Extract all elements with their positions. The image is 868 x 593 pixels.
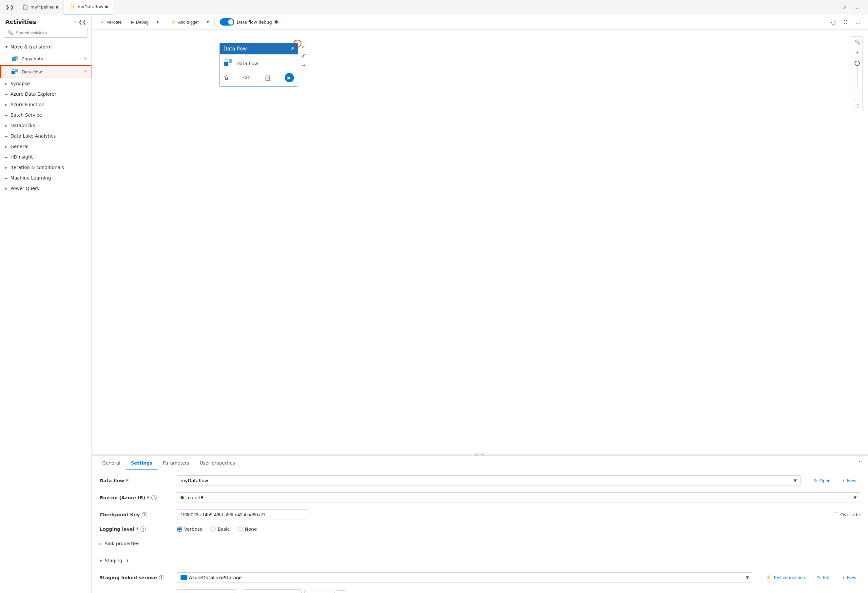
- trigger-dropdown[interactable]: ▼: [204, 18, 212, 26]
- panel-collapse-button[interactable]: ⌃: [856, 459, 863, 467]
- zoom-out-button[interactable]: −: [852, 90, 862, 100]
- staging-info-icon[interactable]: i: [127, 558, 128, 563]
- debug-dropdown[interactable]: ▼: [154, 18, 161, 26]
- staging-linked-dropdown[interactable]: AzureDataLakeStorage ▼: [177, 572, 752, 583]
- radio-none-indicator: [238, 527, 243, 532]
- panel-divider[interactable]: — —: [92, 453, 868, 456]
- radio-basic[interactable]: Basic: [210, 527, 230, 532]
- node-copy-button[interactable]: 📋: [264, 75, 271, 81]
- staging-linked-control: AzureDataLakeStorage ▼: [177, 572, 752, 583]
- collapse-sidebar-icon[interactable]: ‹: [74, 19, 76, 25]
- section-iteration-conditionals[interactable]: ► Iteration & conditionals: [0, 162, 92, 173]
- run-on-info-icon[interactable]: i: [151, 495, 156, 500]
- dataflow-field-label: Data flow *: [100, 478, 172, 483]
- section-machine-learning[interactable]: ► Machine Learning: [0, 173, 92, 183]
- sidebar-controls: ‹ ❮❮: [74, 19, 86, 25]
- section-hdinsight-label: HDInsight: [10, 154, 33, 159]
- more-tabs-icon[interactable]: …: [852, 3, 861, 12]
- checkpoint-info-icon[interactable]: i: [142, 512, 147, 517]
- tab-user-properties[interactable]: User properties: [194, 456, 240, 470]
- section-move-transform[interactable]: ▼ Move & transform: [0, 41, 92, 52]
- zoom-in-button[interactable]: +: [852, 47, 862, 58]
- open-dataflow-button[interactable]: ✎ Open: [810, 476, 835, 485]
- section-hdinsight[interactable]: ► HDInsight: [0, 152, 92, 162]
- debug-button[interactable]: ▶ Debug: [127, 18, 152, 27]
- staging-linked-info-icon[interactable]: i: [159, 575, 164, 580]
- tab-dataflow-label: myDataflow: [78, 4, 103, 9]
- svg-rect-2: [12, 71, 15, 74]
- new-dataflow-button[interactable]: + New: [838, 476, 860, 485]
- section-data-lake-analytics[interactable]: ► Data Lake Analytics: [0, 131, 92, 141]
- toggle-switch-control[interactable]: [220, 18, 234, 25]
- zoom-controls: 🔍 + − □: [852, 36, 863, 111]
- edit-linked-button[interactable]: ✎ Edit: [813, 573, 835, 582]
- node-open-icon[interactable]: ↗: [290, 46, 294, 52]
- tab-pipeline[interactable]: 📋 myPipeline: [17, 0, 64, 15]
- activity-data-flow[interactable]: Data flow ☰: [0, 65, 92, 78]
- override-checkbox-group: Override: [834, 512, 860, 517]
- logging-required-indicator: *: [136, 527, 139, 532]
- section-power-query[interactable]: ► Power Query: [0, 183, 92, 194]
- canvas-area: ✓ Validate ▶ Debug ▼ ⚡ Add trigger ▼ Dat…: [92, 15, 868, 593]
- expand-icon[interactable]: ⤢: [840, 3, 849, 12]
- node-right-arrow-button[interactable]: →: [300, 61, 307, 69]
- dataflow-dropdown[interactable]: myDataflow ▼: [177, 475, 800, 486]
- close-sidebar-icon[interactable]: ❮❮: [79, 19, 86, 25]
- staging-folder-input[interactable]: [243, 589, 302, 593]
- expand-tabs-button[interactable]: ❯❯: [3, 3, 17, 12]
- staging-toggle[interactable]: ▼ Staging i: [100, 555, 128, 566]
- debug-label: Debug: [136, 20, 148, 25]
- override-checkbox[interactable]: [834, 512, 838, 517]
- trigger-icon: ⚡: [171, 20, 176, 25]
- node-arrow-button[interactable]: ▶: [285, 73, 294, 82]
- tab-general[interactable]: General: [97, 456, 125, 470]
- zoom-slider-handle[interactable]: [855, 60, 860, 66]
- tab-settings[interactable]: Settings: [125, 456, 158, 470]
- node-code-button[interactable]: </>: [243, 75, 250, 81]
- grid-view-button[interactable]: ☷: [841, 17, 850, 27]
- dataflow-select-control: myDataflow ▼: [177, 475, 800, 486]
- new-linked-button[interactable]: + New: [838, 573, 860, 582]
- checkpoint-input[interactable]: [177, 509, 308, 520]
- dataflow-node[interactable]: Data flow ↗ Data flow: [220, 43, 298, 87]
- section-azure-data-explorer[interactable]: ► Azure Data Explorer: [0, 89, 92, 99]
- logging-info-icon[interactable]: i: [140, 527, 146, 532]
- sink-properties-toggle[interactable]: ► Sink properties: [100, 538, 139, 549]
- validate-button[interactable]: ✓ Validate: [97, 18, 125, 27]
- radio-verbose-indicator: [177, 527, 182, 532]
- search-input[interactable]: [16, 31, 84, 35]
- node-activity-label: Data flow: [236, 61, 258, 66]
- section-batch-service[interactable]: ► Batch Service: [0, 110, 92, 120]
- node-x-button[interactable]: ✗: [300, 52, 307, 60]
- section-azure-data-explorer-label: Azure Data Explorer: [10, 91, 56, 97]
- run-on-dropdown[interactable]: azureIR ▼: [177, 493, 860, 503]
- radio-none[interactable]: None: [238, 527, 257, 532]
- test-connection-button[interactable]: ⚡ Test connection: [762, 573, 809, 582]
- copy-data-icon: [11, 55, 18, 62]
- canvas-search-button[interactable]: 🔍: [852, 37, 862, 47]
- more-actions-button[interactable]: …: [853, 17, 863, 27]
- tab-parameters[interactable]: Parameters: [158, 456, 194, 470]
- section-databricks[interactable]: ► Databricks: [0, 120, 92, 131]
- add-trigger-button[interactable]: ⚡ Add trigger: [167, 18, 203, 27]
- node-header: Data flow ↗: [220, 43, 298, 55]
- activity-copy-data[interactable]: Copy data ☰: [0, 52, 92, 65]
- code-view-button[interactable]: { }: [829, 17, 838, 27]
- toolbar-divider-2: [214, 18, 215, 26]
- section-synapse[interactable]: ► Synapse: [0, 78, 92, 89]
- node-delete-button[interactable]: 🗑: [224, 75, 229, 81]
- browse-dropdown-button[interactable]: ▼: [337, 590, 345, 593]
- fit-to-screen-button[interactable]: □: [852, 100, 862, 111]
- staging-container-input[interactable]: [177, 589, 236, 593]
- section-azure-function[interactable]: ► Azure Function: [0, 99, 92, 110]
- node-check-button[interactable]: ✓: [300, 43, 307, 51]
- radio-verbose[interactable]: Verbose: [177, 527, 202, 532]
- chevron-move-transform: ▼: [5, 45, 8, 49]
- tab-dataflow[interactable]: ✨ myDataflow: [64, 0, 114, 15]
- dataflow-debug-toggle[interactable]: Data flow debug: [217, 17, 280, 27]
- chevron-general: ►: [5, 145, 8, 148]
- tab-actions: ⤢ …: [840, 3, 865, 12]
- plus-icon: +: [843, 478, 845, 483]
- section-general[interactable]: ► General: [0, 141, 92, 152]
- browse-button[interactable]: 📁 Browse: [304, 590, 334, 593]
